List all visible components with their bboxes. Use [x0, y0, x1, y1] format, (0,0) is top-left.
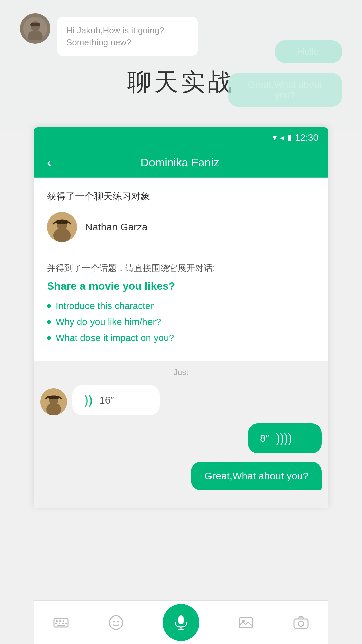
bullet-text-1: Introduce this character	[56, 301, 154, 311]
outgoing-text-bubble: Great,What about you?	[191, 462, 322, 490]
outgoing-voice-bubble[interactable]: 8″ ))))	[248, 423, 322, 453]
svg-rect-21	[59, 623, 60, 624]
image-button[interactable]	[238, 614, 254, 631]
bullet-1: Introduce this character	[47, 301, 315, 311]
bullet-2: Why do you like him/her?	[47, 317, 315, 327]
bullet-dot-2	[47, 320, 51, 324]
chat-header: ‹ Dominika Faniz	[34, 148, 328, 178]
bg-avatar	[20, 13, 50, 44]
chat-window: ▾ ◂ ▮ 12:30 ‹ Dominika Faniz 获得了一个聊天练习对象	[34, 127, 328, 508]
back-button[interactable]: ‹	[44, 152, 55, 173]
status-bar: ▾ ◂ ▮ 12:30	[34, 127, 328, 148]
emoji-button[interactable]	[108, 614, 124, 631]
bullet-text-2: Why do you like him/her?	[56, 317, 161, 327]
svg-rect-3	[30, 23, 40, 26]
signal-icon: ◂	[280, 133, 284, 142]
svg-rect-19	[63, 620, 64, 622]
topic-main: Share a movie you likes?	[47, 280, 315, 292]
outgoing-voice-duration: 8″	[260, 433, 269, 444]
incoming-wave-icon: ))	[84, 393, 93, 407]
svg-rect-17	[56, 620, 58, 622]
incoming-voice-row: )) 16″	[40, 385, 322, 415]
character-name: Nathan Garza	[85, 221, 148, 233]
character-avatar	[47, 212, 77, 242]
character-row: Nathan Garza	[47, 212, 315, 252]
svg-rect-31	[239, 618, 253, 628]
svg-rect-23	[65, 623, 67, 624]
chat-title: Dominika Faniz	[61, 156, 298, 169]
svg-point-6	[53, 228, 71, 242]
bullet-text-3: What dose it impact on you?	[56, 333, 174, 343]
background-area: Hi Jakub,How is it going? Something new?…	[0, 0, 362, 131]
svg-point-27	[117, 621, 119, 622]
bottom-bar	[34, 600, 328, 644]
camera-button[interactable]	[293, 614, 309, 631]
svg-rect-24	[57, 625, 65, 626]
svg-rect-28	[178, 615, 184, 624]
status-icons: ▾ ◂ ▮ 12:30	[273, 132, 318, 143]
svg-point-26	[113, 621, 115, 622]
svg-point-34	[298, 621, 304, 626]
svg-rect-7	[56, 220, 68, 224]
info-card-subtitle: 获得了一个聊天练习对象	[47, 190, 315, 203]
incoming-avatar	[40, 388, 67, 415]
bg-bubble-text: Hi Jakub,How is it going? Something new?	[57, 17, 198, 56]
info-card: 获得了一个聊天练习对象 Nathan Garza 并得到了一个话题，请直接围绕它…	[34, 178, 328, 361]
messages-area: )) 16″ 8″ )))) Great,What about you?	[34, 382, 328, 502]
ghost-bubbles-container: Hello Great,What about you?	[228, 40, 342, 113]
svg-point-25	[109, 616, 123, 629]
svg-rect-22	[62, 623, 64, 624]
svg-rect-13	[48, 396, 59, 399]
outgoing-wave-icon: ))))	[276, 431, 292, 445]
outgoing-text-row: Great,What about you?	[40, 462, 322, 490]
status-time: 12:30	[295, 132, 318, 143]
bullet-dot-1	[47, 304, 51, 308]
bullet-dot-3	[47, 336, 51, 340]
svg-rect-18	[59, 620, 61, 622]
wifi-icon: ▾	[273, 133, 277, 142]
topic-bullets: Introduce this character Why do you like…	[47, 301, 315, 343]
svg-rect-20	[55, 623, 57, 624]
message-timestamp: Just	[34, 361, 328, 382]
keyboard-button[interactable]	[53, 614, 69, 631]
battery-icon: ▮	[287, 133, 292, 142]
incoming-voice-duration: 16″	[99, 394, 114, 406]
bullet-3: What dose it impact on you?	[47, 333, 315, 343]
microphone-button[interactable]	[163, 604, 199, 641]
topic-subtitle: 并得到了一个话题，请直接围绕它展开对话:	[47, 262, 315, 275]
ghost-bubble-great: Great,What about you?	[228, 73, 342, 107]
chat-body: 获得了一个聊天练习对象 Nathan Garza 并得到了一个话题，请直接围绕它…	[34, 178, 328, 508]
svg-rect-33	[294, 619, 308, 628]
outgoing-voice-row: 8″ ))))	[40, 423, 322, 453]
ghost-bubble-hello: Hello	[275, 40, 342, 63]
incoming-voice-bubble[interactable]: )) 16″	[72, 385, 160, 415]
